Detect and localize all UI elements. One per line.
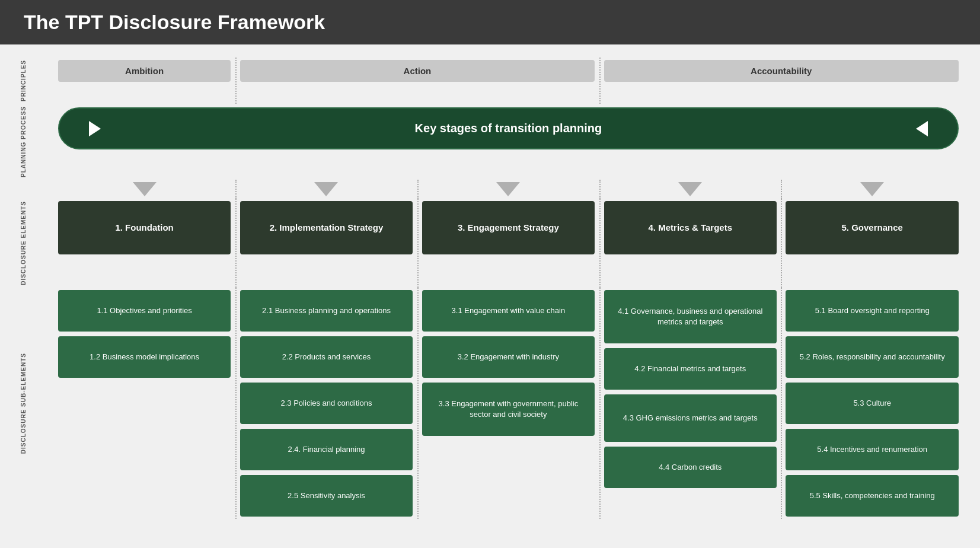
planning-banner: Key stages of transition planning: [58, 107, 959, 149]
sub-elem-4-2: 4.2 Financial metrics and targets: [604, 348, 777, 390]
sub-elem-5-1: 5.1 Board oversight and reporting: [786, 290, 959, 332]
sub-elem-col-5: 5.1 Board oversight and reporting 5.2 Ro…: [786, 290, 959, 517]
sub-elem-3-2: 3.2 Engagement with industry: [422, 336, 595, 378]
sub-elem-col-2: 2.1 Business planning and operations 2.2…: [240, 290, 413, 517]
left-arrow-icon: [916, 121, 928, 136]
principle-ambition: Ambition: [58, 60, 231, 82]
disclosure-sub-elements-row: DISCLOSURE SUB-ELEMENTS 1.1 Objectives a…: [18, 288, 962, 519]
disclosure-elem-1: 1. Foundation: [58, 201, 231, 254]
main-content: PRINCIPLES Ambition Action Accountabilit…: [0, 44, 980, 548]
right-arrow-icon: [89, 121, 101, 136]
principles-label: PRINCIPLES: [18, 58, 29, 104]
arrows-row: [18, 180, 962, 199]
down-arrow-5: [860, 182, 884, 196]
sub-elem-2-2: 2.2 Products and services: [240, 336, 413, 378]
sub-elem-col-4: 4.1 Governance, business and operational…: [604, 290, 777, 488]
sub-elem-4-3: 4.3 GHG emissions metrics and targets: [604, 394, 777, 442]
planning-banner-text: Key stages of transition planning: [415, 122, 602, 135]
disclosure-sub-elements-label: DISCLOSURE SUB-ELEMENTS: [18, 351, 30, 456]
sub-elem-2-4: 2.4. Financial planning: [240, 429, 413, 470]
header: The TPT Disclosure Framework: [0, 0, 980, 44]
disclosure-elem-5: 5. Governance: [786, 201, 959, 254]
planning-process-label: PLANNING PROCESS: [18, 104, 30, 180]
sub-elem-col-3: 3.1 Engagement with value chain 3.2 Enga…: [422, 290, 595, 436]
sub-elem-5-3: 5.3 Culture: [786, 383, 959, 424]
principles-row: PRINCIPLES Ambition Action Accountabilit…: [18, 58, 962, 104]
disclosure-elem-2: 2. Implementation Strategy: [240, 201, 413, 254]
page-title: The TPT Disclosure Framework: [24, 11, 956, 34]
down-arrow-2: [314, 182, 338, 196]
disclosure-elem-4: 4. Metrics & Targets: [604, 201, 777, 254]
principle-action: Action: [240, 60, 595, 82]
sub-elem-1-1: 1.1 Objectives and priorities: [58, 290, 231, 332]
sub-elem-col-1: 1.1 Objectives and priorities 1.2 Busine…: [58, 290, 231, 378]
sub-elem-2-3: 2.3 Policies and conditions: [240, 383, 413, 424]
planning-process-row: PLANNING PROCESS Key stages of transitio…: [18, 104, 962, 180]
sub-elem-1-2: 1.2 Business model implications: [58, 336, 231, 378]
sub-elem-2-1: 2.1 Business planning and operations: [240, 290, 413, 332]
down-arrow-3: [496, 182, 520, 196]
principle-accountability: Accountability: [604, 60, 959, 82]
sub-elem-3-1: 3.1 Engagement with value chain: [422, 290, 595, 332]
sub-elem-2-5: 2.5 Sensitivity analysis: [240, 475, 413, 517]
disclosure-elements-row: DISCLOSURE ELEMENTS 1. Foundation 2. Imp…: [18, 199, 962, 288]
sub-elem-5-5: 5.5 Skills, competencies and training: [786, 475, 959, 517]
sub-elem-5-2: 5.2 Roles, responsibility and accountabi…: [786, 336, 959, 378]
sub-elem-4-1: 4.1 Governance, business and operational…: [604, 290, 777, 343]
sub-elem-4-4: 4.4 Carbon credits: [604, 447, 777, 488]
disclosure-elem-3: 3. Engagement Strategy: [422, 201, 595, 254]
sub-elem-3-3: 3.3 Engagement with government, public s…: [422, 383, 595, 436]
sub-elem-5-4: 5.4 Incentives and renumeration: [786, 429, 959, 470]
down-arrow-4: [678, 182, 702, 196]
disclosure-elements-label: DISCLOSURE ELEMENTS: [18, 199, 30, 288]
down-arrow-1: [133, 182, 157, 196]
